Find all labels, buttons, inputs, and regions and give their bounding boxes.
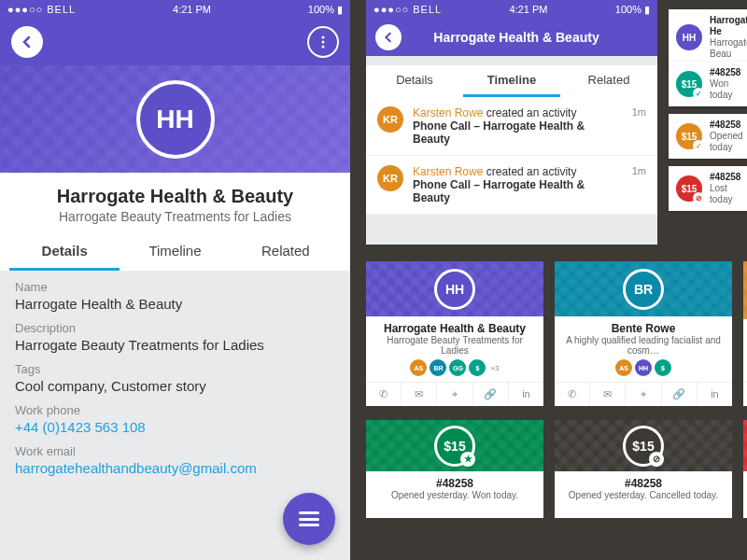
timeline-item[interactable]: KRKarsten Rowe created an activityPhone … (366, 97, 657, 156)
header-title: Harrogate Health & Beauty (411, 30, 648, 45)
card-body (743, 471, 747, 483)
card-avatar: BR (623, 269, 664, 310)
field-value: Cool company, Customer story (15, 378, 335, 394)
card-body: #48258Opened yesterday. Won today. (366, 471, 543, 506)
status-time: 4:21 PM (173, 4, 211, 15)
card-avatar: $15⊘ (623, 426, 664, 467)
svg-point-2 (322, 46, 325, 49)
pill-text: #48258Opened today (710, 119, 747, 153)
badge: $ (655, 359, 671, 376)
field-label: Work phone (15, 403, 335, 417)
status-bar: ●●●○○ BELL 4:21 PM 100% ▮ (366, 0, 657, 19)
card-header: BR (555, 261, 732, 316)
timeline-list: KRKarsten Rowe created an activityPhone … (366, 97, 657, 215)
card-body: #48258Opened yesterday. Cancelled today. (555, 471, 732, 506)
fields-list: NameHarrogate Health & BeautyDescription… (0, 271, 350, 476)
card-body: Bente RoweA highly qualified leading fac… (555, 316, 732, 382)
card-body: Harrogate Health & BeautyHarrogate Beaut… (366, 316, 543, 382)
timeline-time: 1m (632, 165, 646, 176)
tabs: Details Timeline Related (366, 65, 657, 97)
field: Work phone+44 (0)1423 563 108 (0, 394, 350, 435)
phone-icon[interactable]: ✆ (555, 383, 590, 406)
phone-icon[interactable]: ✆ (743, 383, 747, 406)
result-pill[interactable]: $15✓#48258Won today (669, 62, 747, 106)
svg-point-0 (322, 36, 325, 39)
pill-text: Harrogate HeHarrogate Beau (710, 15, 747, 60)
back-button[interactable] (11, 26, 43, 58)
card-header: $15★ (366, 420, 543, 471)
timeline-body: Karsten Rowe created an activityPhone Ca… (413, 165, 623, 204)
pin-icon[interactable]: ⌖ (626, 383, 661, 406)
more-button[interactable] (307, 26, 339, 58)
company-avatar: HH (136, 80, 215, 159)
tab-details[interactable]: Details (9, 233, 120, 271)
card-row: HHHarrogate Health & BeautyHarrogate Bea… (366, 261, 747, 406)
pin-icon[interactable]: ⌖ (437, 383, 472, 406)
fab-menu[interactable] (283, 493, 335, 545)
screen-details: ●●●○○ BELL 4:21 PM 100% ▮ HH Harrogate H… (0, 0, 350, 560)
field-label: Work email (15, 444, 335, 458)
badge: BR (430, 359, 446, 376)
status-bar: ●●●○○ BELL 4:21 PM 100% ▮ (0, 0, 350, 19)
contact-card[interactable]: BRBente RoweA highly qualified leading f… (555, 261, 732, 406)
pill-text: #48258Lost today (710, 172, 747, 205)
result-pill[interactable]: $15⊘#48258Lost today (669, 166, 747, 211)
company-subtitle: Harrogate Beauty Treatments for Ladies (9, 209, 341, 224)
link-icon[interactable]: 🔗 (473, 383, 509, 406)
result-pill[interactable]: HHHarrogate HeHarrogate Beau (669, 9, 747, 65)
pill-avatar: $15⊘ (676, 175, 702, 202)
pill-avatar: HH (676, 24, 702, 50)
field-label: Name (15, 280, 335, 294)
deal-card[interactable]: $15⊘#48258Opened yesterday. Cancelled to… (555, 420, 732, 518)
pill-avatar: $15✓ (676, 71, 702, 97)
tab-timeline[interactable]: Timeline (120, 233, 230, 271)
field: Work emailharrogatehealthandbeauty@gmail… (0, 435, 350, 476)
tab-related[interactable]: Related (560, 65, 657, 97)
badge: HH (635, 359, 652, 376)
card-actions: ✆✉⌖🔗in (743, 382, 747, 406)
phone-icon[interactable]: ✆ (366, 383, 402, 406)
badge: $ (469, 359, 486, 376)
user-avatar: KR (377, 165, 403, 191)
menu-icon (299, 511, 319, 526)
card-avatar: HH (434, 269, 475, 310)
hero: HH (0, 65, 350, 173)
header (0, 19, 350, 65)
card-actions: ✆✉⌖🔗in (555, 382, 732, 406)
field-value[interactable]: +44 (0)1423 563 108 (15, 419, 335, 435)
pill-avatar: $15✓ (676, 123, 702, 149)
mail-icon[interactable]: ✉ (590, 383, 626, 406)
linkedin-icon[interactable]: in (698, 383, 732, 406)
tab-details[interactable]: Details (366, 65, 463, 97)
card-avatar: $15★ (434, 426, 475, 467)
contact-card[interactable]: $15Opened today. Expecte✆✉⌖🔗in (743, 261, 747, 406)
pill-text: #48258Won today (710, 67, 747, 101)
field-label: Description (15, 321, 335, 335)
field: DescriptionHarrogate Beauty Treatments f… (0, 312, 350, 353)
card-row: $15★#48258Opened yesterday. Won today.$1… (366, 420, 747, 518)
link-icon[interactable]: 🔗 (662, 383, 698, 406)
user-avatar: KR (377, 106, 403, 133)
contact-card[interactable]: HHHarrogate Health & BeautyHarrogate Bea… (366, 261, 543, 406)
company-title: Harrogate Health & Beauty (9, 186, 341, 207)
badge: AS (410, 359, 427, 376)
linkedin-icon[interactable]: in (509, 383, 543, 406)
card-actions: ✆✉⌖🔗in (366, 382, 543, 406)
deal-card[interactable]: $15★#48258Opened yesterday. Won today. (366, 420, 543, 518)
result-pill[interactable]: $15✓#48258Opened today (669, 114, 747, 159)
svg-point-1 (322, 41, 325, 44)
card-header: $15⊘ (555, 420, 732, 471)
deal-card[interactable]: $15 (743, 420, 747, 518)
signal-icon: ●●●○○ BELL (374, 4, 442, 15)
tab-related[interactable]: Related (231, 233, 341, 271)
timeline-item[interactable]: KRKarsten Rowe created an activityPhone … (366, 156, 657, 215)
card-header: $15 (743, 261, 747, 319)
field-value: Harrogate Health & Beauty (15, 296, 335, 312)
tabs: Details Timeline Related (9, 233, 341, 271)
status-battery: 100% ▮ (615, 4, 650, 16)
field-value[interactable]: harrogatehealthandbeauty@gmail.com (15, 460, 335, 476)
screen-timeline: ●●●○○ BELL 4:21 PM 100% ▮ Harrogate Heal… (366, 0, 657, 245)
tab-timeline[interactable]: Timeline (463, 65, 560, 97)
back-button[interactable] (375, 24, 402, 50)
mail-icon[interactable]: ✉ (402, 383, 437, 406)
